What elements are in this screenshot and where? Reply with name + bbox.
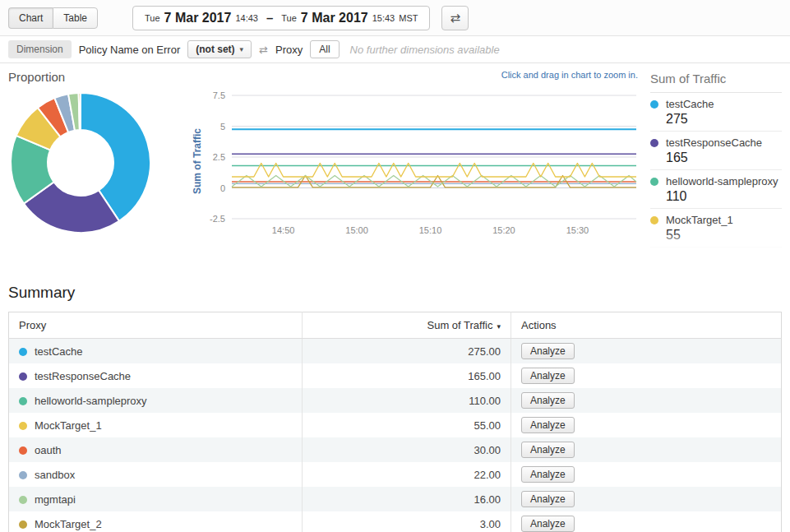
proxy-name: MockTarget_2 (35, 518, 102, 530)
traffic-value-cell: 3.00 (303, 511, 511, 532)
actions-cell: Analyze (510, 363, 781, 388)
table-row: sandbox22.00Analyze (9, 462, 782, 487)
traffic-value-cell: 30.00 (303, 437, 511, 462)
dimension-value-dropdown[interactable]: (not set) ▾ (187, 40, 252, 58)
summary-title: Summary (8, 284, 782, 302)
end-day: Tue (281, 13, 297, 23)
dimension-name-label: Policy Name on Error (79, 44, 181, 56)
table-row: helloworld-sampleproxy110.00Analyze (9, 388, 782, 413)
table-row: testCache275.00Analyze (9, 339, 782, 364)
actions-cell: Analyze (510, 511, 781, 532)
legend-title: Sum of Traffic (650, 72, 782, 93)
y-tick-label: 2.5 (213, 152, 225, 162)
column-header-sum-of-traffic[interactable]: Sum of Traffic▾ (303, 312, 511, 339)
legend-item[interactable]: testResponseCache165 (650, 132, 782, 170)
legend-item[interactable]: helloworld-sampleproxy110 (650, 170, 782, 209)
y-tick-label: -2.5 (210, 214, 225, 224)
series-color-dot (19, 496, 27, 504)
end-date: 7 Mar 2017 (301, 11, 368, 25)
legend-item[interactable]: MockTarget_155 (650, 209, 782, 247)
proxy-cell: MockTarget_2 (9, 511, 303, 532)
end-time: 15:43 (372, 13, 395, 23)
view-toggle: Chart Table (8, 7, 98, 29)
x-tick-label: 15:10 (419, 225, 442, 235)
series-color-dot (19, 397, 27, 405)
proxy-cell: mgmtapi (9, 487, 303, 511)
zoom-hint-text: Click and drag in chart to zoom in. (191, 70, 644, 81)
tab-chart[interactable]: Chart (8, 7, 53, 29)
analyze-button[interactable]: Analyze (521, 392, 575, 409)
proxy-cell: oauth (9, 437, 303, 462)
proxy-name: helloworld-sampleproxy (35, 395, 147, 407)
tab-table[interactable]: Table (53, 7, 98, 29)
charts-section: Proportion Click and drag in chart to zo… (0, 70, 790, 275)
dimension-chip[interactable]: Dimension (8, 40, 72, 58)
chart-legend: Sum of Traffic testCache275testResponseC… (650, 72, 790, 247)
analyze-button[interactable]: Analyze (521, 368, 575, 384)
traffic-value-cell: 22.00 (303, 462, 511, 487)
y-tick-label: 5 (220, 122, 225, 132)
proxy-cell: testCache (9, 339, 303, 364)
y-axis-label: Sum of Traffic (192, 128, 203, 194)
range-separator: – (266, 11, 273, 25)
no-further-dimensions-text: No further dimensions available (350, 44, 500, 56)
toolbar: Chart Table Tue 7 Mar 2017 14:43 – Tue 7… (0, 0, 790, 36)
analyze-button[interactable]: Analyze (521, 466, 575, 483)
x-tick-label: 14:50 (272, 225, 295, 235)
actions-cell: Analyze (510, 462, 781, 487)
proxy-name: oauth (35, 444, 62, 456)
proxy-cell: MockTarget_1 (9, 413, 303, 437)
analyze-button[interactable]: Analyze (521, 442, 575, 458)
refresh-button[interactable]: ⇄ (441, 6, 469, 30)
series-color-dot (19, 348, 27, 356)
series-color-dot (19, 446, 27, 455)
table-row: oauth30.00Analyze (9, 437, 782, 462)
series-color-dot (650, 139, 658, 147)
column-header-label: Sum of Traffic (427, 319, 492, 331)
legend-item[interactable]: testCache275 (650, 93, 782, 132)
analyze-button[interactable]: Analyze (521, 491, 575, 507)
proxy-all-button[interactable]: All (310, 40, 339, 58)
traffic-value-cell: 110.00 (303, 388, 511, 413)
dimension-selected-value: (not set) (196, 44, 234, 55)
actions-cell: Analyze (510, 339, 781, 364)
date-range-picker[interactable]: Tue 7 Mar 2017 14:43 – Tue 7 Mar 2017 15… (132, 6, 430, 30)
actions-cell: Analyze (510, 413, 781, 437)
legend-series-value: 275 (666, 112, 782, 127)
legend-series-value: 55 (666, 228, 782, 243)
chevron-down-icon: ▾ (240, 45, 244, 53)
column-header-proxy[interactable]: Proxy (9, 312, 303, 339)
start-time: 14:43 (235, 13, 258, 23)
proxy-dimension-label: Proxy (275, 44, 303, 56)
analyze-button[interactable]: Analyze (521, 417, 575, 433)
dimension-bar: Dimension Policy Name on Error (not set)… (0, 36, 790, 63)
x-tick-label: 15:00 (345, 225, 368, 235)
start-date: 7 Mar 2017 (164, 11, 232, 25)
series-color-dot (650, 216, 658, 224)
proxy-cell: helloworld-sampleproxy (9, 388, 303, 413)
proportion-donut-chart[interactable] (8, 90, 153, 235)
analyze-button[interactable]: Analyze (521, 516, 575, 532)
proxy-name: testResponseCache (35, 370, 131, 382)
legend-series-name: testResponseCache (666, 136, 762, 149)
y-tick-label: 0 (220, 183, 225, 193)
traffic-value-cell: 275.00 (303, 339, 511, 364)
legend-items: testCache275testResponseCache165hellowor… (650, 93, 782, 247)
traffic-value-cell: 165.00 (303, 363, 511, 388)
traffic-line-chart[interactable]: 7.552.50-2.514:5015:0015:1015:2015:30Sum… (191, 83, 644, 243)
summary-section: Summary Proxy Sum of Traffic▾ Actions te… (0, 284, 790, 532)
actions-cell: Analyze (510, 437, 781, 462)
proxy-cell: sandbox (9, 462, 303, 487)
traffic-line-chart-block: Click and drag in chart to zoom in. 7.55… (191, 70, 644, 243)
actions-cell: Analyze (510, 487, 781, 511)
legend-series-name: testCache (666, 98, 714, 110)
legend-series-name: MockTarget_1 (666, 214, 733, 226)
legend-series-value: 110 (666, 189, 782, 204)
proxy-cell: testResponseCache (9, 363, 303, 388)
donut-slice[interactable] (79, 93, 81, 130)
table-header-row: Proxy Sum of Traffic▾ Actions (9, 312, 782, 339)
series-color-dot (19, 471, 27, 479)
analyze-button[interactable]: Analyze (521, 343, 575, 359)
table-row: mgmtapi16.00Analyze (9, 487, 782, 511)
traffic-value-cell: 55.00 (303, 413, 511, 437)
